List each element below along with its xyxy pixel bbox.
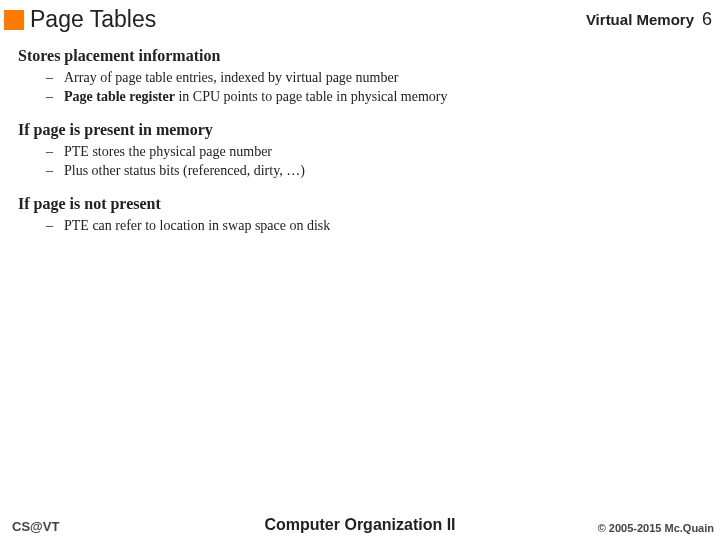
- list-item: Page table register in CPU points to pag…: [64, 88, 702, 107]
- slide-footer: CS@VT Computer Organization II © 2005-20…: [0, 519, 720, 534]
- list-item: Array of page table entries, indexed by …: [64, 69, 702, 88]
- item-text: PTE stores the physical page number: [64, 144, 272, 159]
- footer-right: © 2005-2015 Mc.Quain: [598, 522, 714, 534]
- list-item: Plus other status bits (referenced, dirt…: [64, 162, 702, 181]
- footer-center: Computer Organization II: [264, 516, 455, 534]
- item-bold: Page table register: [64, 89, 175, 104]
- item-text: PTE can refer to location in swap space …: [64, 218, 330, 233]
- topic-label: Virtual Memory: [586, 11, 694, 28]
- slide-header: Page Tables Virtual Memory 6: [0, 0, 720, 37]
- title-group: Page Tables: [4, 6, 156, 33]
- section-head: If page is not present: [18, 195, 702, 213]
- slide-content: Stores placement information Array of pa…: [0, 37, 720, 235]
- header-right: Virtual Memory 6: [586, 9, 712, 30]
- list-item: PTE can refer to location in swap space …: [64, 217, 702, 236]
- bullet-list: PTE can refer to location in swap space …: [18, 217, 702, 236]
- section-head: If page is present in memory: [18, 121, 702, 139]
- bullet-list: Array of page table entries, indexed by …: [18, 69, 702, 107]
- list-item: PTE stores the physical page number: [64, 143, 702, 162]
- item-text: in CPU points to page table in physical …: [175, 89, 448, 104]
- page-number: 6: [702, 9, 712, 30]
- accent-box-icon: [4, 10, 24, 30]
- slide-title: Page Tables: [30, 6, 156, 33]
- item-text: Array of page table entries, indexed by …: [64, 70, 398, 85]
- item-text: Plus other status bits (referenced, dirt…: [64, 163, 305, 178]
- footer-left: CS@VT: [12, 519, 59, 534]
- section-head: Stores placement information: [18, 47, 702, 65]
- bullet-list: PTE stores the physical page number Plus…: [18, 143, 702, 181]
